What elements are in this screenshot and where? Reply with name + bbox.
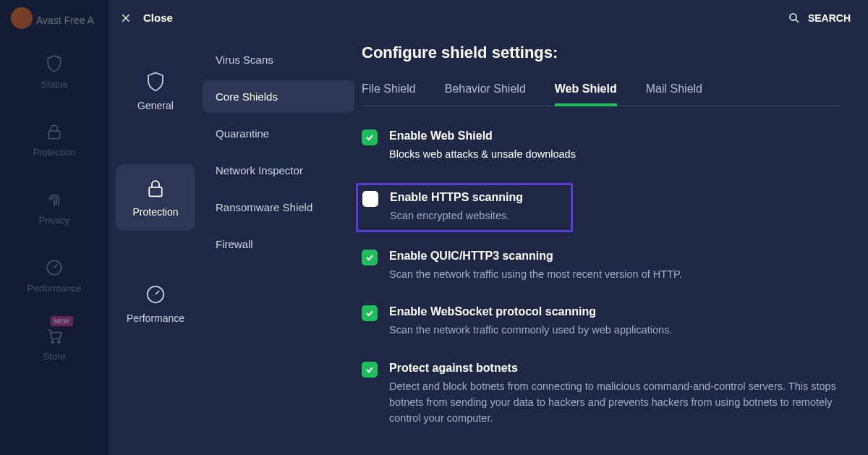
settings-sections: General Protection Performance: [109, 0, 203, 455]
lock-icon: [45, 122, 64, 141]
option-title: Enable QUIC/HTTP3 scanning: [389, 250, 682, 263]
shield-check-icon: [45, 54, 64, 73]
section-general[interactable]: General: [116, 58, 195, 124]
nav-performance[interactable]: Performance: [27, 258, 81, 294]
nav-protection[interactable]: Protection: [33, 122, 76, 158]
close-button[interactable]: Close: [120, 12, 173, 24]
submenu-ransomware-shield[interactable]: Ransomware Shield: [203, 191, 354, 224]
option-title: Protect against botnets: [389, 362, 838, 375]
gauge-icon: [145, 284, 166, 305]
checkbox-enable-web-shield[interactable]: [362, 129, 378, 145]
svg-rect-5: [149, 187, 162, 197]
app-title: Avast Free A: [36, 14, 94, 26]
option-https-scanning: Enable HTTPS scanning Scan encrypted web…: [356, 183, 573, 232]
checkbox-https-scanning[interactable]: [362, 191, 378, 207]
option-desc: Blocks web attacks & unsafe downloads: [389, 147, 576, 163]
tab-mail-shield[interactable]: Mail Shield: [646, 82, 702, 106]
fingerprint-icon: [45, 190, 64, 209]
submenu-firewall[interactable]: Firewall: [203, 228, 354, 260]
content-title: Configure shield settings:: [362, 43, 839, 62]
app-header: Avast Free A: [0, 7, 109, 33]
svg-rect-0: [48, 131, 59, 139]
section-protection[interactable]: Protection: [116, 164, 195, 231]
nav-privacy[interactable]: Privacy: [39, 190, 70, 226]
close-icon: [120, 12, 132, 24]
gauge-icon: [45, 258, 64, 277]
lock-icon: [145, 177, 166, 199]
svg-point-4: [790, 14, 796, 20]
option-quic-scanning: Enable QUIC/HTTP3 scanning Scan the netw…: [362, 247, 839, 286]
submenu-virus-scans[interactable]: Virus Scans: [203, 43, 354, 76]
nav-store[interactable]: NEW Store: [43, 326, 65, 362]
svg-point-2: [51, 341, 54, 343]
svg-point-3: [58, 341, 60, 343]
checkbox-botnets[interactable]: [362, 362, 378, 378]
option-title: Enable Web Shield: [389, 129, 576, 143]
checkbox-websocket-scanning[interactable]: [362, 305, 378, 321]
check-icon: [365, 252, 375, 263]
tab-web-shield[interactable]: Web Shield: [555, 82, 617, 106]
option-desc: Scan the network traffic commonly used b…: [389, 323, 672, 339]
new-badge: NEW: [51, 316, 73, 326]
option-desc: Detect and block botnets from connecting…: [389, 379, 838, 426]
app-left-nav: Avast Free A Status Protection Privacy P…: [0, 0, 109, 455]
search-button[interactable]: SEARCH: [788, 12, 851, 25]
check-icon: [365, 365, 375, 375]
tab-file-shield[interactable]: File Shield: [362, 82, 416, 106]
submenu-quarantine[interactable]: Quarantine: [203, 117, 354, 150]
option-enable-web-shield: Enable Web Shield Blocks web attacks & u…: [362, 127, 839, 166]
submenu-network-inspector[interactable]: Network Inspector: [203, 154, 354, 187]
check-icon: [365, 308, 375, 318]
section-performance[interactable]: Performance: [116, 271, 195, 337]
nav-status[interactable]: Status: [41, 54, 68, 90]
checkbox-quic-scanning[interactable]: [362, 250, 378, 265]
option-botnets: Protect against botnets Detect and block…: [362, 359, 839, 429]
submenu-core-shields[interactable]: Core Shields: [203, 80, 354, 113]
settings-content: Configure shield settings: File Shield B…: [354, 0, 868, 455]
option-title: Enable HTTPS scanning: [390, 191, 523, 204]
shield-tabs: File Shield Behavior Shield Web Shield M…: [362, 82, 839, 106]
tab-behavior-shield[interactable]: Behavior Shield: [445, 82, 526, 106]
option-desc: Scan the network traffic using the most …: [389, 267, 682, 283]
shield-icon: [145, 71, 166, 93]
settings-panel: Close SEARCH General Protection Performa…: [109, 0, 868, 455]
avast-logo-icon: [11, 7, 33, 29]
check-icon: [365, 132, 375, 143]
search-icon: [788, 12, 801, 25]
cart-icon: [45, 326, 64, 345]
option-title: Enable WebSocket protocol scanning: [389, 305, 672, 318]
option-websocket-scanning: Enable WebSocket protocol scanning Scan …: [362, 302, 839, 341]
protection-submenu: Virus Scans Core Shields Quarantine Netw…: [203, 0, 354, 455]
option-desc: Scan encrypted websites.: [390, 208, 523, 224]
